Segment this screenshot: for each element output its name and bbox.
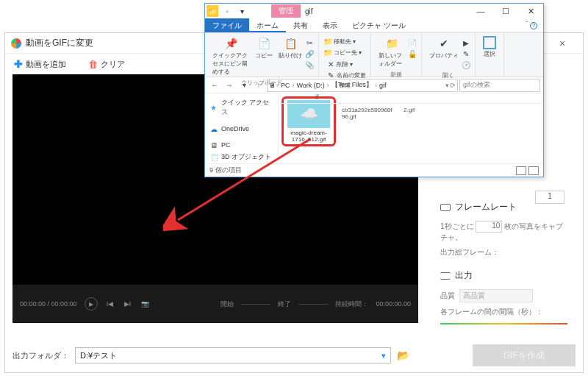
open-button[interactable]: ▶ — [462, 38, 470, 48]
snapshot-button[interactable]: 📷 — [140, 300, 151, 308]
next-frame-button[interactable]: ▶I — [123, 300, 133, 308]
address-bar[interactable]: 🖥› PC› Work (D:)› 【Test Files】› gif ▾⟳ — [267, 79, 458, 92]
file-item[interactable]: cb31a292e580968f96.gif — [339, 107, 398, 120]
close-window-button[interactable]: ✕ — [518, 7, 543, 16]
explorer-titlebar: 📁 ▫ ▾ 管理 gif — ☐ ✕ — [205, 4, 543, 18]
crumb-drive[interactable]: Work (D:) — [295, 82, 326, 89]
close-button[interactable]: × — [548, 38, 577, 49]
file-list[interactable]: if ☁️ magic-dream-1716_512.gif cb31a292e… — [279, 93, 543, 163]
pin-quickaccess-button[interactable]: 📌クイックアクセスにピン留めする — [209, 35, 252, 77]
easy-access-button[interactable]: 🔓 — [408, 49, 417, 59]
output-icon — [440, 272, 451, 280]
loop-count-input[interactable]: 1 — [535, 191, 564, 204]
ribbon: 📌クイックアクセスにピン留めする 📄コピー 📋貼り付け ✂🔗📎 クリップボード … — [205, 33, 543, 77]
paste-button[interactable]: 📋貼り付け — [276, 35, 305, 77]
time-current: 00:00:00 / 00:00:00 — [20, 300, 77, 308]
create-gif-button[interactable]: GIFを作成 — [473, 344, 576, 366]
menu-view[interactable]: 表示 — [315, 18, 345, 32]
properties-button[interactable]: ✔プロパティ — [426, 35, 462, 70]
clear-button[interactable]: 🗑クリア — [88, 59, 125, 70]
output-folder-label: 出力フォルダ： — [12, 350, 69, 361]
pc-icon: 🖥 — [209, 141, 218, 149]
cube-icon: ⬚ — [209, 153, 218, 162]
quality-gradient — [440, 323, 567, 324]
status-bar: 9 個の項目 — [205, 163, 543, 177]
copy-path-button[interactable]: 🔗 — [305, 49, 314, 59]
file-item-selected[interactable]: ☁️ magic-dream-1716_512.gif — [285, 100, 332, 143]
file-thumbnail: ☁️ — [287, 100, 330, 128]
start-field[interactable] — [241, 304, 270, 305]
prev-frame-button[interactable]: I◀ — [105, 300, 115, 308]
maximize-button[interactable]: ☐ — [493, 7, 518, 16]
forward-button[interactable]: → — [223, 79, 236, 92]
menu-share[interactable]: 共有 — [286, 18, 315, 32]
menu-file[interactable]: ファイル — [205, 18, 249, 32]
nav-3d-objects[interactable]: ⬚3D オブジェクト — [208, 151, 275, 163]
delete-button[interactable]: ✕削除 ▾ — [326, 59, 366, 69]
output-folder-input[interactable]: D:¥テスト▾ — [75, 347, 391, 363]
output-heading: 出力 — [440, 269, 567, 282]
context-tab[interactable]: 管理 — [271, 4, 301, 18]
star-icon: ★ — [209, 103, 218, 112]
add-video-label: 動画を追加 — [26, 59, 66, 70]
select-icon — [483, 36, 496, 49]
history-button[interactable]: 🕑 — [462, 60, 470, 70]
output-frames-row: 出力総フレーム： — [440, 247, 567, 258]
new-group-label: 新規 — [376, 69, 417, 79]
quality-select[interactable]: 高品質 — [459, 289, 533, 302]
file-item[interactable]: 2.gif — [401, 107, 430, 113]
move-to-button[interactable]: 📁移動先 ▾ — [323, 36, 366, 46]
play-button[interactable]: ▶ — [85, 297, 98, 311]
end-label: 終了 — [278, 299, 291, 309]
explorer-body: ★クイック アクセス ☁OneDrive 🖥PC ⬚3D オブジェクト if ☁… — [205, 93, 543, 163]
up-button[interactable]: ↑ — [252, 79, 265, 92]
edit-button[interactable]: ✎ — [462, 49, 470, 59]
file-name: magic-dream-1716_512.gif — [285, 130, 332, 143]
menu-home[interactable]: ホーム — [249, 18, 286, 32]
duration-value: 00:00:00.00 — [376, 300, 411, 308]
browse-folder-icon[interactable]: 📂 — [397, 350, 409, 361]
view-large-icon[interactable] — [528, 166, 539, 175]
ribbon-toggle-icon[interactable]: ˇ ? — [520, 18, 543, 32]
copy-button[interactable]: 📄コピー — [252, 35, 276, 77]
quality-row: 品質 高品質 — [440, 289, 567, 302]
crumb-testfiles[interactable]: 【Test Files】 — [330, 80, 374, 90]
crumb-gif[interactable]: gif — [378, 82, 388, 89]
dropdown-icon[interactable]: ▾ — [381, 351, 386, 361]
cloud-icon: ☁ — [209, 124, 218, 133]
recent-dropdown[interactable]: ▾ — [237, 79, 251, 92]
start-label: 開始 — [220, 299, 234, 309]
nav-onedrive[interactable]: ☁OneDrive — [208, 123, 275, 135]
search-input[interactable]: gifの検索 — [459, 79, 540, 92]
end-field[interactable] — [298, 304, 328, 305]
player-controls: 00:00:00 / 00:00:00 ▶ I◀ ▶I 📷 開始 終了 持続時間… — [12, 285, 418, 323]
new-folder-icon: 📁 — [384, 36, 399, 51]
col-header[interactable]: if — [315, 93, 319, 101]
fps-input[interactable]: 10 — [476, 221, 502, 233]
new-folder-button[interactable]: 📁新しいフォルダー — [376, 35, 408, 69]
qat-dropdown-icon[interactable]: ▾ — [236, 5, 248, 17]
add-video-button[interactable]: ✚動画を追加 — [14, 58, 66, 70]
view-details-icon[interactable] — [516, 166, 526, 175]
new-item-button[interactable]: 📄 — [408, 38, 417, 48]
minimize-button[interactable]: — — [468, 7, 493, 16]
menu-picture-tools[interactable]: ピクチャ ツール — [345, 18, 413, 32]
back-button[interactable]: ← — [208, 79, 221, 92]
frame-gap-row: 各フレームの間の間隔（秒）： — [440, 307, 567, 317]
app-logo-icon — [11, 38, 21, 49]
plus-icon: ✚ — [14, 58, 23, 70]
nav-quick-access[interactable]: ★クイック アクセス — [208, 96, 275, 118]
refresh-icon[interactable]: ⟳ — [450, 82, 456, 89]
folder-icon: 📁 — [207, 5, 218, 17]
select-button[interactable]: 選択 — [480, 35, 499, 60]
cut-button[interactable]: ✂ — [305, 38, 314, 48]
crumb-pc[interactable]: PC — [279, 82, 292, 89]
nav-pc[interactable]: 🖥PC — [208, 139, 275, 151]
paste-shortcut-button[interactable]: 📎 — [305, 60, 314, 70]
address-bar-row: ← → ▾ ↑ 🖥› PC› Work (D:)› 【Test Files】› … — [205, 77, 543, 93]
bottom-bar: 出力フォルダ： D:¥テスト▾ 📂 GIFを作成 — [12, 344, 576, 366]
qat-icon[interactable]: ▫ — [221, 5, 233, 17]
nav-pane: ★クイック アクセス ☁OneDrive 🖥PC ⬚3D オブジェクト — [205, 93, 279, 163]
clear-label: クリア — [101, 59, 125, 70]
copy-to-button[interactable]: 📁コピー先 ▾ — [323, 47, 366, 57]
